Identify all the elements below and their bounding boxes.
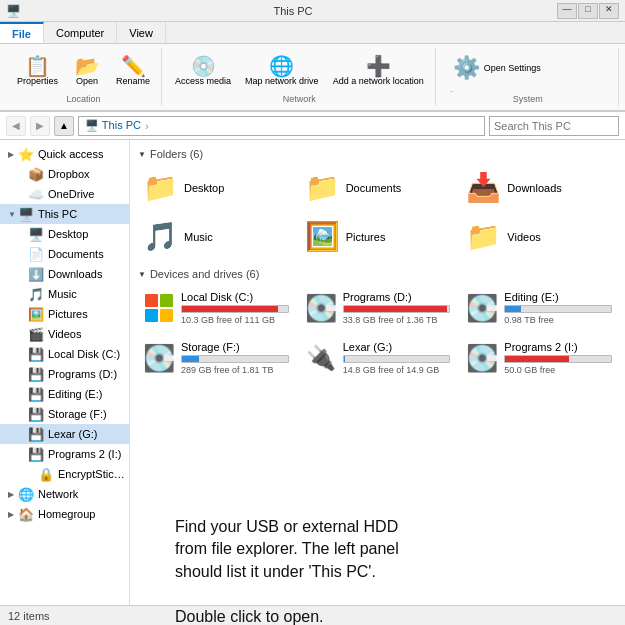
search-input[interactable] <box>489 116 619 136</box>
folder-documents-label: Documents <box>346 182 402 194</box>
properties-label: Properties <box>17 76 58 86</box>
drive-d-icon: 💽 <box>305 292 337 324</box>
close-button[interactable]: ✕ <box>599 3 619 19</box>
tab-file[interactable]: File <box>0 22 44 43</box>
tab-view[interactable]: View <box>117 22 166 43</box>
drive-f-info: Storage (F:) 289 GB free of 1.81 TB <box>181 341 289 375</box>
folder-music-label: Music <box>184 231 213 243</box>
rename-button[interactable]: ✏️ Rename <box>111 53 155 89</box>
sidebar-item-homegroup[interactable]: ▶ 🏠 Homegroup <box>0 504 129 524</box>
sidebar-item-editinge[interactable]: 💾 Editing (E:) <box>0 384 129 404</box>
title-bar: 🖥️ This PC — □ ✕ <box>0 0 625 22</box>
ribbon-group-system: ⚙️ Open Settings 🔧 Uninstall or change a… <box>438 48 619 106</box>
annotation-line1: Find your USB or external HDD <box>175 516 595 538</box>
sidebar-item-videos[interactable]: 🎬 Videos <box>0 324 129 344</box>
content-area: Folders (6) 📁 Desktop 📁 Documents 📥 Down… <box>130 140 625 605</box>
annotation-box: Find your USB or external HDD from file … <box>175 510 595 605</box>
drive-e-icon: 💽 <box>466 292 498 324</box>
sidebar-item-encryptstick[interactable]: 🔒 EncryptStick lite.app <box>0 464 129 484</box>
path-segment-thispc[interactable]: 🖥️ This PC <box>85 119 141 132</box>
drive-e-name: Editing (E:) <box>504 291 612 303</box>
settings-label: Open Settings <box>484 63 541 73</box>
forward-button[interactable]: ▶ <box>30 116 50 136</box>
map-drive-button[interactable]: 🌐 Map network drive <box>240 53 324 89</box>
drive-f[interactable]: 💽 Storage (F:) 289 GB free of 1.81 TB <box>138 336 294 380</box>
drive-i-icon: 💽 <box>466 342 498 374</box>
drive-e[interactable]: 💽 Editing (E:) 0.98 TB free <box>461 286 617 330</box>
drive-d[interactable]: 💽 Programs (D:) 33.8 GB free of 1.36 TB <box>300 286 456 330</box>
drive-g-free: 14.8 GB free of 14.9 GB <box>343 365 451 375</box>
drive-d-info: Programs (D:) 33.8 GB free of 1.36 TB <box>343 291 451 325</box>
sidebar-item-onedrive[interactable]: ☁️ OneDrive <box>0 184 129 204</box>
access-media-button[interactable]: 💿 Access media <box>170 53 236 89</box>
sidebar-item-network[interactable]: ▶ 🌐 Network <box>0 484 129 504</box>
properties-button[interactable]: 📋 Properties <box>12 53 63 89</box>
sidebar-item-programsd[interactable]: 💾 Programs (D:) <box>0 364 129 384</box>
drive-g-bar <box>344 356 345 362</box>
folder-documents[interactable]: 📁 Documents <box>300 166 456 209</box>
folder-pictures[interactable]: 🖼️ Pictures <box>300 215 456 258</box>
back-button[interactable]: ◀ <box>6 116 26 136</box>
sidebar-item-dropbox[interactable]: 📦 Dropbox <box>0 164 129 184</box>
maximize-button[interactable]: □ <box>578 3 598 19</box>
sidebar-item-storagef[interactable]: 💾 Storage (F:) <box>0 404 129 424</box>
annotation-line2: from file explorer. The left panel <box>175 538 595 560</box>
sidebar-item-programs2i[interactable]: 💾 Programs 2 (I:) <box>0 444 129 464</box>
sidebar-item-music[interactable]: 🎵 Music <box>0 284 129 304</box>
annotation-line3: should list it under 'This PC'. <box>175 561 595 583</box>
ribbon-group-location: 📋 Properties 📂 Open ✏️ Rename Location <box>6 48 162 106</box>
drive-c-info: Local Disk (C:) 10.3 GB free of 111 GB <box>181 291 289 325</box>
add-network-button[interactable]: ➕ Add a network location <box>328 53 429 89</box>
sidebar: ▶ ⭐ Quick access 📦 Dropbox ☁️ OneDrive ▼… <box>0 140 130 605</box>
drive-i[interactable]: 💽 Programs 2 (I:) 50.0 GB free <box>461 336 617 380</box>
drive-f-free: 289 GB free of 1.81 TB <box>181 365 289 375</box>
main-layout: ▶ ⭐ Quick access 📦 Dropbox ☁️ OneDrive ▼… <box>0 140 625 605</box>
folder-downloads-icon: 📥 <box>466 171 501 204</box>
folder-videos-label: Videos <box>507 231 540 243</box>
sidebar-item-lexarg[interactable]: 💾 Lexar (G:) <box>0 424 129 444</box>
sidebar-item-thispc[interactable]: ▼ 🖥️ This PC <box>0 204 129 224</box>
drive-i-bar-container <box>504 355 612 363</box>
drive-e-bar-container <box>504 305 612 313</box>
sidebar-item-documents[interactable]: 📄 Documents <box>0 244 129 264</box>
folder-desktop[interactable]: 📁 Desktop <box>138 166 294 209</box>
ribbon-tabs: File Computer View <box>0 22 625 44</box>
minimize-button[interactable]: — <box>557 3 577 19</box>
folder-documents-icon: 📁 <box>305 171 340 204</box>
open-settings-button[interactable]: ⚙️ Open Settings <box>444 50 550 86</box>
drive-e-info: Editing (E:) 0.98 TB free <box>504 291 612 325</box>
sidebar-item-quick-access[interactable]: ▶ ⭐ Quick access <box>0 144 129 164</box>
drive-e-bar <box>505 306 521 312</box>
address-path[interactable]: 🖥️ This PC › <box>78 116 485 136</box>
address-bar: ◀ ▶ ▲ 🖥️ This PC › <box>0 112 625 140</box>
open-icon: 📂 <box>75 56 100 76</box>
folder-desktop-label: Desktop <box>184 182 224 194</box>
folder-videos[interactable]: 📁 Videos <box>461 215 617 258</box>
drive-f-bar-container <box>181 355 289 363</box>
sidebar-item-downloads[interactable]: ⬇️ Downloads <box>0 264 129 284</box>
sidebar-item-pictures[interactable]: 🖼️ Pictures <box>0 304 129 324</box>
sidebar-item-localc[interactable]: 💾 Local Disk (C:) <box>0 344 129 364</box>
drive-i-free: 50.0 GB free <box>504 365 612 375</box>
drive-c[interactable]: Local Disk (C:) 10.3 GB free of 111 GB <box>138 286 294 330</box>
access-media-label: Access media <box>175 76 231 86</box>
drive-d-name: Programs (D:) <box>343 291 451 303</box>
map-drive-icon: 🌐 <box>269 56 294 76</box>
folder-music[interactable]: 🎵 Music <box>138 215 294 258</box>
drive-f-name: Storage (F:) <box>181 341 289 353</box>
rename-icon: ✏️ <box>121 56 146 76</box>
drive-f-icon: 💽 <box>143 342 175 374</box>
tab-computer[interactable]: Computer <box>44 22 117 43</box>
drive-d-free: 33.8 GB free of 1.36 TB <box>343 315 451 325</box>
sidebar-item-desktop[interactable]: 🖥️ Desktop <box>0 224 129 244</box>
folders-grid: 📁 Desktop 📁 Documents 📥 Downloads 🎵 Musi… <box>138 166 617 258</box>
drive-c-bar-container <box>181 305 289 313</box>
drive-i-info: Programs 2 (I:) 50.0 GB free <box>504 341 612 375</box>
folder-downloads[interactable]: 📥 Downloads <box>461 166 617 209</box>
drive-g[interactable]: 🔌 Lexar (G:) 14.8 GB free of 14.9 GB <box>300 336 456 380</box>
path-separator: › <box>145 120 149 132</box>
up-button[interactable]: ▲ <box>54 116 74 136</box>
open-button[interactable]: 📂 Open <box>67 53 107 89</box>
drive-f-bar <box>182 356 199 362</box>
map-drive-label: Map network drive <box>245 76 319 86</box>
